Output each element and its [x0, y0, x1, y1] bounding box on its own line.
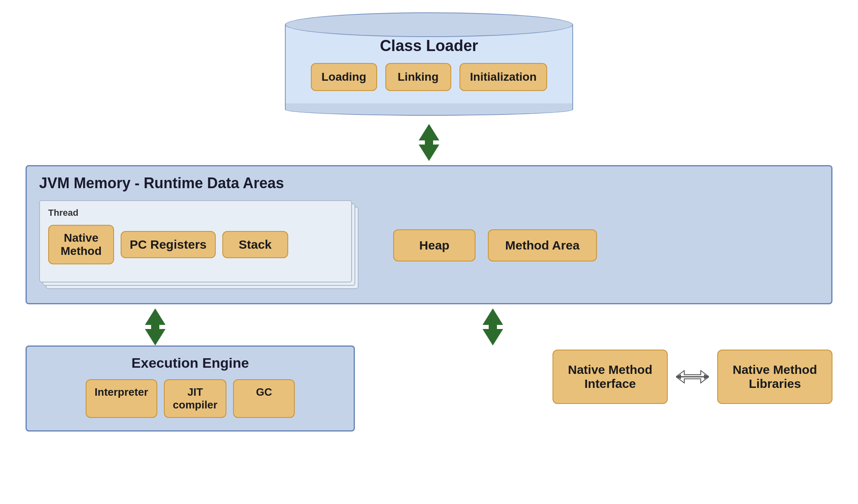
class-loader-section: Class Loader Loading Linking Initializa­…: [285, 12, 573, 116]
native-section: Native MethodInterface Native MethodLibr…: [553, 350, 832, 404]
class-loader-items: Loading Linking Initializa­tion: [298, 63, 560, 91]
arrow-jvm-to-native: [478, 308, 507, 345]
stack-box: Stack: [222, 231, 288, 258]
cylinder-bottom-cap: [285, 103, 573, 116]
native-method-box: NativeMethod: [48, 225, 114, 264]
initialization-box: Initializa­tion: [459, 63, 548, 91]
svg-marker-2: [419, 145, 439, 161]
arrow-classloader-to-jvm: [415, 124, 443, 161]
execution-items: Interpreter JITcompiler GC: [39, 379, 341, 418]
jvm-content: Thread NativeMethod PC Registers Stack H…: [39, 200, 819, 291]
jit-box: JITcompiler: [164, 379, 226, 418]
svg-marker-8: [483, 329, 503, 345]
heap-box: Heap: [393, 229, 476, 261]
cylinder-top: [285, 12, 573, 37]
svg-rect-1: [425, 140, 433, 145]
linking-box: Linking: [385, 63, 451, 91]
bottom-row: Execution Engine Interpreter JITcompiler…: [26, 345, 832, 432]
jvm-memory-section: JVM Memory - Runtime Data Areas Thread N…: [26, 165, 832, 304]
svg-rect-4: [151, 324, 159, 330]
class-loader-title: Class Loader: [298, 37, 560, 55]
svg-marker-5: [145, 329, 166, 345]
diagram-container: Class Loader Loading Linking Initializa­…: [0, 0, 858, 504]
svg-rect-7: [489, 324, 497, 330]
shared-items: Heap Method Area: [393, 229, 597, 261]
arrow-native-h: [676, 366, 709, 387]
svg-marker-0: [419, 124, 439, 140]
method-area-box: Method Area: [488, 229, 597, 261]
thread-card-front: Thread NativeMethod PC Registers Stack: [39, 200, 352, 282]
double-arrow-svg-1: [415, 124, 443, 161]
native-method-libraries-box: Native MethodLibraries: [717, 350, 832, 404]
execution-engine: Execution Engine Interpreter JITcompiler…: [26, 345, 355, 432]
thread-stack: Thread NativeMethod PC Registers Stack: [39, 200, 360, 291]
execution-engine-wrapper: Execution Engine Interpreter JITcompiler…: [26, 345, 355, 432]
native-method-interface-box: Native MethodInterface: [553, 350, 668, 404]
arrow-jvm-to-exec: [141, 308, 170, 345]
thread-label: Thread: [48, 208, 343, 218]
gc-box: GC: [233, 379, 295, 418]
execution-title: Execution Engine: [39, 355, 341, 371]
thread-items: NativeMethod PC Registers Stack: [48, 225, 343, 264]
jvm-title: JVM Memory - Runtime Data Areas: [39, 175, 819, 192]
pc-registers-box: PC Registers: [121, 231, 216, 258]
arrows-row: [26, 308, 832, 345]
loading-box: Loading: [311, 63, 377, 91]
svg-marker-3: [145, 308, 166, 325]
svg-marker-6: [483, 308, 503, 325]
class-loader-cylinder: Class Loader Loading Linking Initializa­…: [285, 12, 573, 116]
interpreter-box: Interpreter: [86, 379, 157, 418]
